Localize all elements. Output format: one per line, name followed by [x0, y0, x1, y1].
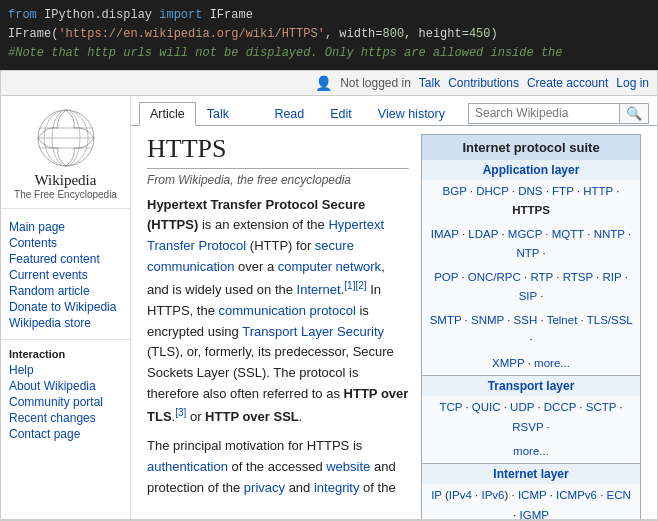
sidebar-item-main-page[interactable]: Main page: [9, 219, 122, 235]
sidebar-item-community[interactable]: Community portal: [9, 394, 122, 410]
infobox-app-row-3: POP · ONC/RPC · RTP · RTSP · RIP · SIP ·: [422, 266, 640, 309]
computer-network-link[interactable]: computer network: [278, 259, 381, 274]
article-paragraph-2: The principal motivation for HTTPS is au…: [147, 436, 409, 498]
code-height: 450: [469, 27, 491, 41]
infobox-app-row-2: IMAP · LDAP · MGCP · MQTT · NNTP · NTP ·: [422, 223, 640, 266]
infobox-title: Internet protocol suite: [422, 135, 640, 160]
code-import: import: [159, 8, 202, 22]
search-input[interactable]: [469, 104, 619, 122]
sidebar-nav-section: Main page Contents Featured content Curr…: [1, 215, 130, 335]
search-box-container: 🔍: [468, 103, 649, 124]
ref-3: [3]: [175, 407, 186, 418]
wiki-wrapper: Wikipedia The Free Encyclopedia Main pag…: [1, 96, 657, 519]
sidebar-logo: Wikipedia The Free Encyclopedia: [1, 104, 130, 209]
sidebar-interaction-section: Interaction Help About Wikipedia Communi…: [1, 344, 130, 446]
sidebar-item-recent[interactable]: Recent changes: [9, 410, 122, 426]
create-account-link[interactable]: Create account: [527, 76, 608, 90]
sidebar-tagline: The Free Encyclopedia: [9, 189, 122, 200]
sidebar-item-featured[interactable]: Featured content: [9, 251, 122, 267]
dhcp-link[interactable]: DHCP: [476, 185, 508, 197]
sidebar-wordmark: Wikipedia: [9, 172, 122, 189]
article-paragraph-1: Hypertext Transfer Protocol Secure (HTTP…: [147, 195, 409, 428]
infobox-transport-row-2: more...: [422, 440, 640, 464]
tabs-right: Read Edit View history 🔍: [263, 102, 649, 125]
infobox: Internet protocol suite Application laye…: [421, 134, 641, 519]
sidebar-item-current-events[interactable]: Current events: [9, 267, 122, 283]
article-title: HTTPS: [147, 134, 409, 169]
transport-more-link[interactable]: more...: [513, 445, 549, 457]
sidebar-item-contact[interactable]: Contact page: [9, 426, 122, 442]
https-bold: HTTPS: [512, 204, 550, 216]
tabs-row: Article Talk Read Edit View history 🔍: [131, 96, 657, 126]
code-block: from IPython.display import IFrame IFram…: [0, 0, 658, 70]
ref-1: [1]: [344, 280, 355, 291]
authentication-link[interactable]: authentication: [147, 459, 228, 474]
infobox-app-row-5: XMPP · more...: [422, 352, 640, 376]
infobox-internet-row-1: IP (IPv4 · IPv6) · ICMP · ICMPv6 · ECN ·…: [422, 484, 640, 518]
code-width: 800: [382, 27, 404, 41]
sidebar-item-store[interactable]: Wikipedia store: [9, 315, 122, 331]
infobox-header-transport[interactable]: Transport layer: [422, 376, 640, 396]
log-in-link[interactable]: Log in: [616, 76, 649, 90]
code-from: from: [8, 8, 37, 22]
main-content: Article Talk Read Edit View history 🔍 HT…: [131, 96, 657, 519]
website-link[interactable]: website: [326, 459, 370, 474]
code-url: 'https://en.wikipedia.org/wiki/HTTPS': [58, 27, 324, 41]
browser-area: 👤 Not logged in Talk Contributions Creat…: [0, 70, 658, 520]
internet-link[interactable]: Internet: [297, 282, 341, 297]
sidebar-item-donate[interactable]: Donate to Wikipedia: [9, 299, 122, 315]
sidebar-item-contents[interactable]: Contents: [9, 235, 122, 251]
article-area: HTTPS From Wikipedia, the free encyclope…: [131, 126, 657, 519]
tab-talk[interactable]: Talk: [196, 102, 240, 126]
infobox-app-row-1: BGP · DHCP · DNS · FTP · HTTP · HTTPS: [422, 180, 640, 223]
talk-link[interactable]: Talk: [419, 76, 440, 90]
infobox-transport-row-1: TCP · QUIC · UDP · DCCP · SCTP · RSVP ·: [422, 396, 640, 439]
tab-edit[interactable]: Edit: [319, 102, 363, 126]
integrity-link[interactable]: integrity: [314, 480, 360, 495]
sidebar-item-about[interactable]: About Wikipedia: [9, 378, 122, 394]
bgp-link[interactable]: BGP: [443, 185, 467, 197]
code-comment: #Note that http urls will not be display…: [8, 46, 563, 60]
not-logged-in: Not logged in: [340, 76, 411, 90]
article-body: Hypertext Transfer Protocol Secure (HTTP…: [147, 195, 409, 499]
sidebar-item-random[interactable]: Random article: [9, 283, 122, 299]
http-link[interactable]: HTTP: [583, 185, 613, 197]
article-text: HTTPS From Wikipedia, the free encyclope…: [147, 134, 409, 519]
sidebar-separator: [1, 339, 130, 340]
sidebar-item-help[interactable]: Help: [9, 362, 122, 378]
app-more-link[interactable]: more...: [534, 357, 570, 369]
dns-link[interactable]: DNS: [518, 185, 542, 197]
infobox-header-internet[interactable]: Internet layer: [422, 464, 640, 484]
infobox-header-application[interactable]: Application layer: [422, 160, 640, 180]
user-icon: 👤: [315, 75, 332, 91]
ref-2: [2]: [355, 280, 366, 291]
search-button[interactable]: 🔍: [619, 104, 648, 123]
tab-read[interactable]: Read: [263, 102, 315, 126]
top-bar: 👤 Not logged in Talk Contributions Creat…: [1, 71, 657, 96]
sidebar: Wikipedia The Free Encyclopedia Main pag…: [1, 96, 131, 519]
wikipedia-globe-icon: [36, 108, 96, 168]
tls-link[interactable]: Transport Layer Security: [242, 324, 384, 339]
sidebar-interaction-title: Interaction: [9, 348, 122, 360]
tab-view-history[interactable]: View history: [367, 102, 456, 126]
contributions-link[interactable]: Contributions: [448, 76, 519, 90]
ftp-link[interactable]: FTP: [552, 185, 574, 197]
infobox-app-row-4: SMTP · SNMP · SSH · Telnet · TLS/SSL ·: [422, 309, 640, 352]
tab-article[interactable]: Article: [139, 102, 196, 126]
article-subtitle: From Wikipedia, the free encyclopedia: [147, 173, 409, 187]
comm-protocol-link[interactable]: communication protocol: [219, 303, 356, 318]
privacy-link[interactable]: privacy: [244, 480, 285, 495]
